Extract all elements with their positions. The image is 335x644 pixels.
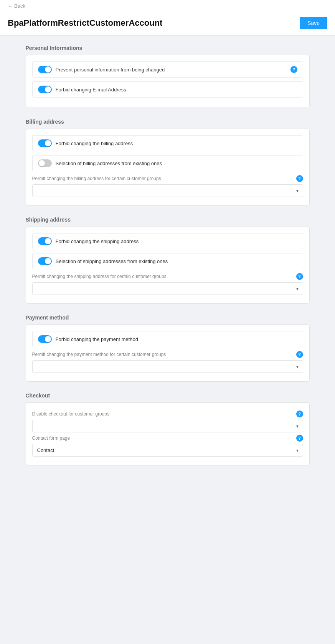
- back-label: Back: [14, 3, 25, 9]
- toggle-switch-prevent-personal-info[interactable]: [38, 66, 52, 73]
- toggle-switch-forbid-shipping[interactable]: [38, 237, 52, 245]
- toggle-label-forbid-billing: Forbid changing the billing address: [56, 141, 133, 146]
- section-title-checkout: Checkout: [26, 392, 310, 399]
- toggle-row-forbid-email: Forbid changing E-mail Address: [32, 81, 303, 98]
- toggle-left-forbid-shipping: Forbid changing the shipping address: [38, 237, 139, 245]
- dropdown-select-permit-shipping[interactable]: [32, 282, 303, 295]
- toggle-row-selection-shipping: Selection of shipping addresses from exi…: [32, 253, 303, 269]
- page-title: BpaPlatformRestrictCustomerAccount: [8, 18, 162, 28]
- toggle-row-selection-billing: Selection of billing addresses from exis…: [32, 155, 303, 171]
- permit-label-disable-checkout: Disable checkout for customer groups: [32, 411, 109, 417]
- section-title-personal-informations: Personal Informations: [26, 45, 310, 51]
- top-bar: ← Back: [0, 0, 335, 12]
- help-icon-permit-shipping[interactable]: ?: [296, 273, 303, 280]
- permit-label-row-disable-checkout: Disable checkout for customer groups?: [32, 411, 303, 417]
- permit-row-contact-form: Contact form page?Contact: [32, 435, 303, 457]
- card-checkout: Disable checkout for customer groups?Con…: [26, 402, 310, 465]
- permit-row-permit-shipping: Permit changing the shipping address for…: [32, 273, 303, 295]
- toggle-row-prevent-personal-info: Prevent personal information from being …: [32, 61, 303, 78]
- toggle-left-prevent-personal-info: Prevent personal information from being …: [38, 66, 165, 73]
- help-icon-permit-payment[interactable]: ?: [296, 351, 303, 358]
- dropdown-wrapper-permit-billing: [32, 184, 303, 197]
- toggle-switch-forbid-billing[interactable]: [38, 139, 52, 147]
- dropdown-select-disable-checkout[interactable]: [32, 420, 303, 432]
- toggle-left-selection-billing: Selection of billing addresses from exis…: [38, 159, 162, 167]
- dropdown-select-contact-form[interactable]: Contact: [32, 444, 303, 457]
- section-shipping-address: Shipping addressForbid changing the ship…: [26, 217, 310, 304]
- toggle-left-forbid-billing: Forbid changing the billing address: [38, 139, 133, 147]
- back-link[interactable]: ← Back: [8, 3, 25, 9]
- card-payment-method: Forbid changing the payment methodPermit…: [26, 324, 310, 382]
- save-button[interactable]: Save: [300, 17, 327, 29]
- toggle-left-selection-shipping: Selection of shipping addresses from exi…: [38, 257, 168, 265]
- section-checkout: CheckoutDisable checkout for customer gr…: [26, 392, 310, 465]
- dropdown-wrapper-contact-form: Contact: [32, 444, 303, 457]
- dropdown-wrapper-disable-checkout: [32, 420, 303, 432]
- dropdown-select-permit-payment[interactable]: [32, 360, 303, 373]
- toggle-row-forbid-shipping: Forbid changing the shipping address: [32, 233, 303, 249]
- permit-row-disable-checkout: Disable checkout for customer groups?: [32, 411, 303, 432]
- permit-label-permit-shipping: Permit changing the shipping address for…: [32, 274, 167, 279]
- toggle-label-forbid-payment: Forbid changing the payment method: [56, 336, 138, 342]
- help-icon-prevent-personal-info[interactable]: ?: [290, 66, 297, 73]
- toggle-left-forbid-payment: Forbid changing the payment method: [38, 335, 138, 343]
- toggle-switch-selection-billing[interactable]: [38, 159, 52, 167]
- toggle-label-prevent-personal-info: Prevent personal information from being …: [56, 67, 165, 73]
- toggle-switch-forbid-payment[interactable]: [38, 335, 52, 343]
- content: Personal InformationsPrevent personal in…: [18, 36, 317, 485]
- section-billing-address: Billing addressForbid changing the billi…: [26, 119, 310, 206]
- toggle-label-forbid-email: Forbid changing E-mail Address: [56, 87, 126, 93]
- permit-row-permit-payment: Permit changing the payment method for c…: [32, 351, 303, 373]
- permit-label-row-contact-form: Contact form page?: [32, 435, 303, 442]
- section-title-shipping-address: Shipping address: [26, 217, 310, 223]
- toggle-label-selection-shipping: Selection of shipping addresses from exi…: [56, 258, 168, 264]
- permit-label-row-permit-billing: Permit changing the billing address for …: [32, 175, 303, 182]
- section-title-billing-address: Billing address: [26, 119, 310, 125]
- dropdown-wrapper-permit-payment: [32, 360, 303, 373]
- section-payment-method: Payment methodForbid changing the paymen…: [26, 315, 310, 382]
- dropdown-wrapper-permit-shipping: [32, 282, 303, 295]
- section-personal-informations: Personal InformationsPrevent personal in…: [26, 45, 310, 108]
- permit-label-row-permit-payment: Permit changing the payment method for c…: [32, 351, 303, 358]
- dropdown-select-permit-billing[interactable]: [32, 184, 303, 197]
- card-shipping-address: Forbid changing the shipping addressSele…: [26, 227, 310, 304]
- permit-label-contact-form: Contact form page: [32, 435, 70, 441]
- card-personal-informations: Prevent personal information from being …: [26, 55, 310, 108]
- toggle-label-forbid-shipping: Forbid changing the shipping address: [56, 238, 139, 244]
- section-title-payment-method: Payment method: [26, 315, 310, 321]
- toggle-switch-selection-shipping[interactable]: [38, 257, 52, 265]
- permit-label-permit-billing: Permit changing the billing address for …: [32, 176, 161, 181]
- permit-row-permit-billing: Permit changing the billing address for …: [32, 175, 303, 197]
- back-arrow-icon: ←: [8, 3, 13, 9]
- toggle-switch-forbid-email[interactable]: [38, 86, 52, 93]
- toggle-row-forbid-billing: Forbid changing the billing address: [32, 135, 303, 151]
- permit-label-row-permit-shipping: Permit changing the shipping address for…: [32, 273, 303, 280]
- page-header: BpaPlatformRestrictCustomerAccount Save: [0, 12, 335, 36]
- help-icon-disable-checkout[interactable]: ?: [296, 411, 303, 417]
- help-icon-permit-billing[interactable]: ?: [296, 175, 303, 182]
- toggle-label-selection-billing: Selection of billing addresses from exis…: [56, 161, 162, 166]
- permit-label-permit-payment: Permit changing the payment method for c…: [32, 352, 166, 357]
- card-billing-address: Forbid changing the billing addressSelec…: [26, 129, 310, 206]
- help-icon-contact-form[interactable]: ?: [296, 435, 303, 442]
- toggle-left-forbid-email: Forbid changing E-mail Address: [38, 86, 126, 93]
- toggle-row-forbid-payment: Forbid changing the payment method: [32, 331, 303, 347]
